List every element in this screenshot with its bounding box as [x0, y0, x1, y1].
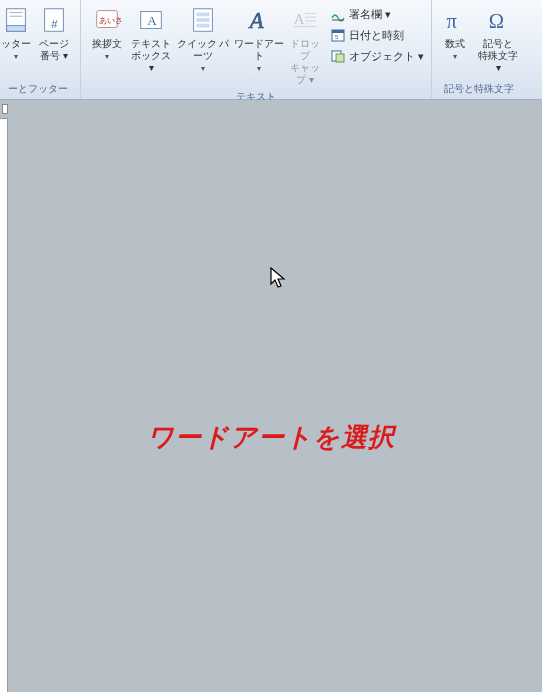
wordart-icon: A: [243, 4, 275, 36]
svg-rect-22: [332, 30, 344, 33]
dropdown-icon: ▾: [201, 64, 205, 73]
svg-rect-13: [196, 24, 209, 28]
cursor-icon: [270, 267, 288, 291]
object-button[interactable]: オブジェクト ▾: [327, 46, 427, 66]
greeting-icon: あいさつ: [91, 4, 123, 36]
equation-label-1: 数式: [445, 38, 465, 49]
group-header-footer: ッター▾ # ページ番号 ▾ ーとフッター: [0, 0, 81, 99]
quickparts-icon: [187, 4, 219, 36]
symbol-label-1: 記号と: [483, 38, 513, 49]
page-number-label-1: ページ: [39, 38, 69, 49]
page-number-button[interactable]: # ページ番号 ▾: [32, 2, 76, 64]
footer-button[interactable]: ッター▾: [0, 2, 32, 64]
group-text: あいさつ 挨拶文▾ A テキストボックス ▾ クイック パーツ▾ A: [81, 0, 432, 99]
object-label: オブジェクト ▾: [349, 49, 424, 64]
greeting-label-1: 挨拶文: [92, 38, 122, 49]
page-edge: [0, 118, 8, 692]
quickparts-button[interactable]: クイック パーツ▾: [173, 2, 233, 76]
symbol-label-2: 特殊文字 ▾: [478, 50, 518, 73]
dropdown-icon: ▾: [105, 52, 109, 61]
footer-label-1: ッター: [1, 38, 31, 49]
quickparts-label-1: クイック パーツ: [177, 38, 230, 61]
greeting-button[interactable]: あいさつ 挨拶文▾: [85, 2, 129, 64]
datetime-button[interactable]: 5 日付と時刻: [327, 25, 427, 45]
dropdown-icon: ▾: [257, 64, 261, 73]
dropcap-icon: A: [289, 4, 321, 36]
footer-icon: [0, 4, 32, 36]
group-symbols: π 数式▾ Ω 記号と特殊文字 ▾ 記号と特殊文字: [432, 0, 526, 99]
textbox-button[interactable]: A テキストボックス ▾: [129, 2, 173, 76]
svg-rect-12: [196, 18, 209, 22]
textbox-label-1: テキスト: [131, 38, 171, 49]
textbox-label-2: ボックス ▾: [131, 50, 171, 73]
textbox-icon: A: [135, 4, 167, 36]
dropcap-button[interactable]: A ドロップキャップ ▾: [285, 2, 325, 88]
wordart-label-1: ワードアート: [234, 38, 284, 61]
svg-text:A: A: [248, 8, 264, 33]
equation-button[interactable]: π 数式▾: [436, 2, 474, 64]
object-icon: [330, 48, 346, 64]
ruler-marker: [2, 104, 8, 114]
omega-icon: Ω: [482, 4, 514, 36]
svg-text:π: π: [447, 10, 458, 32]
svg-rect-11: [196, 13, 209, 17]
dropcap-label-2: キャップ ▾: [290, 62, 320, 85]
annotation-text: ワードアートを選択: [0, 420, 542, 455]
page-number-icon: #: [38, 4, 70, 36]
signature-label: 署名欄 ▾: [349, 7, 391, 22]
svg-text:A: A: [147, 13, 157, 28]
group-label-symbols: 記号と特殊文字: [436, 80, 522, 99]
pi-icon: π: [439, 4, 471, 36]
svg-rect-25: [336, 54, 344, 62]
wordart-button[interactable]: A ワードアート▾: [233, 2, 285, 76]
svg-text:A: A: [294, 11, 305, 27]
svg-text:#: #: [51, 18, 58, 30]
dropdown-icon: ▾: [14, 52, 18, 61]
dropdown-icon: ▾: [453, 52, 457, 61]
dropcap-label-1: ドロップ: [290, 38, 320, 61]
datetime-label: 日付と時刻: [349, 28, 404, 43]
svg-text:あいさつ: あいさつ: [99, 16, 122, 25]
signature-line-button[interactable]: 署名欄 ▾: [327, 4, 427, 24]
group-label-header-footer: ーとフッター: [0, 80, 76, 99]
datetime-icon: 5: [330, 27, 346, 43]
signature-icon: [330, 6, 346, 22]
document-workspace[interactable]: ワードアートを選択: [0, 100, 542, 692]
svg-text:Ω: Ω: [489, 10, 504, 32]
svg-rect-1: [7, 26, 26, 32]
page-number-label-2: 番号 ▾: [40, 50, 68, 61]
symbol-button[interactable]: Ω 記号と特殊文字 ▾: [474, 2, 522, 76]
ribbon: ッター▾ # ページ番号 ▾ ーとフッター あいさつ 挨拶文▾ A: [0, 0, 542, 100]
